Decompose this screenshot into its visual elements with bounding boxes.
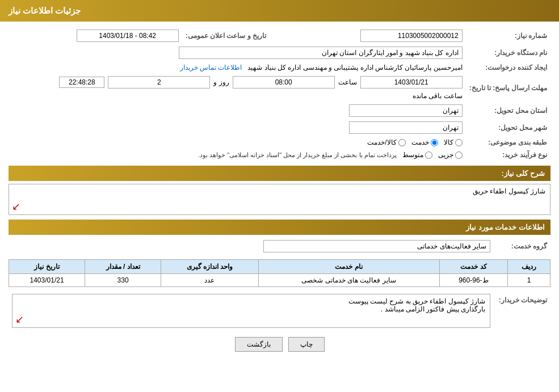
- deadline-value: 1403/01/21 ساعت 08:00 روز و 2 22:48:28 س…: [9, 74, 466, 102]
- purchase-type-radio-medium[interactable]: [425, 151, 432, 159]
- deadline-days-box: 2: [108, 76, 210, 88]
- table-header-row: ردیف کد خدمت نام خدمت واحد اندازه گیری ت…: [9, 260, 550, 274]
- creator-value: امیرحسین پارسائیان کارشناس اداره پشتیبان…: [9, 61, 466, 74]
- narration-section-header: شرح کلی نیاز:: [9, 166, 550, 181]
- delivery-city-row: شهر محل تحویل: تهران: [9, 119, 550, 136]
- creator-label: ایجاد کننده درخواست:: [466, 61, 550, 74]
- purchase-type-label-partial: جزیی: [438, 151, 453, 159]
- category-label-kala: کالا: [444, 138, 453, 146]
- deadline-label: مهلت ارسال پاسخ: تا تاریخ:: [466, 74, 550, 102]
- buyer-org-box: اداره کل بنیاد شهید و امور ایثارگران است…: [179, 47, 463, 59]
- delivery-province-label: استان محل تحویل:: [466, 102, 550, 119]
- deadline-time-label: ساعت: [338, 78, 357, 86]
- buyer-desc-text: شارژ کپسول اطفاء حریق به شرح لیست پیوستب…: [348, 297, 485, 313]
- page-container: جزئیات اطلاعات نیاز شماره نیاز: 11030050…: [0, 0, 559, 392]
- category-option-kala: کالا: [444, 138, 463, 146]
- col-header-row-num: ردیف: [508, 260, 550, 274]
- purchase-type-radio-group: جزیی متوسط پرداخت تمام یا بخشی از مبلغ خ…: [12, 151, 463, 159]
- services-data-table: ردیف کد خدمت نام خدمت واحد اندازه گیری ت…: [9, 259, 550, 287]
- service-group-box: سایر فعالیت‌های خدماتی: [263, 240, 490, 252]
- services-section-header: اطلاعات خدمات مورد نیاز: [9, 220, 550, 235]
- need-number-label: شماره نیاز:: [466, 27, 550, 44]
- service-group-table: گروه خدمت: سایر فعالیت‌های خدماتی: [9, 238, 550, 255]
- creator-row: ایجاد کننده درخواست: امیرحسین پارسائیان …: [9, 61, 550, 74]
- cell-row-num: 1: [508, 274, 550, 287]
- deadline-remaining-box: 22:48:28: [59, 77, 104, 88]
- category-option-kala-khadamat: کالا/خدمت: [367, 138, 405, 146]
- table-header: ردیف کد خدمت نام خدمت واحد اندازه گیری ت…: [9, 260, 550, 274]
- announce-date-box: 1403/01/18 - 08:42: [77, 29, 179, 42]
- category-option-khadamat: خدمت: [411, 138, 438, 146]
- col-header-name: نام خدمت: [258, 260, 439, 274]
- purchase-type-label: نوع فرآیند خرید:: [466, 149, 550, 161]
- buyer-desc-table: توضیحات خریدار: شارژ کپسول اطفاء حریق به…: [9, 292, 550, 330]
- purchase-type-note: پرداخت تمام یا بخشی از مبلغ خریدار از مح…: [198, 151, 397, 159]
- category-label-kala-khadamat: کالا/خدمت: [367, 138, 396, 146]
- buyer-desc-value: شارژ کپسول اطفاء حریق به شرح لیست پیوستب…: [9, 292, 494, 330]
- col-header-qty: تعداد / مقدار: [85, 260, 161, 274]
- deadline-days-label: روز و: [213, 78, 229, 86]
- col-header-date: تاریخ نیاز: [9, 260, 85, 274]
- cell-code: ط-96-960: [439, 274, 508, 287]
- deadline-inline: 1403/01/21 ساعت 08:00 روز و 2 22:48:28 س…: [12, 76, 463, 100]
- col-header-code: کد خدمت: [439, 260, 508, 274]
- cell-name: سایر فعالیت های خدماتی شخصی: [258, 274, 439, 287]
- category-radio-khadamat[interactable]: [431, 139, 438, 146]
- col-header-unit: واحد اندازه گیری: [161, 260, 259, 274]
- creator-text: امیرحسین پارسائیان کارشناس اداره پشتیبان…: [247, 64, 462, 71]
- contact-link[interactable]: اطلاعات تماس خریدار: [180, 64, 242, 71]
- page-title: جزئیات اطلاعات نیاز: [9, 6, 81, 15]
- purchase-type-value: جزیی متوسط پرداخت تمام یا بخشی از مبلغ خ…: [9, 149, 466, 161]
- deadline-time-box: 08:00: [233, 76, 335, 88]
- service-group-value: سایر فعالیت‌های خدماتی: [9, 238, 494, 255]
- need-number-row: شماره نیاز: 1103005002000012 تاریخ و ساع…: [9, 27, 550, 44]
- category-label: طبقه بندی موضوعی:: [466, 136, 550, 149]
- buyer-org-label: نام دستگاه خریدار:: [466, 44, 550, 61]
- deadline-remaining-label: ساعت باقی مانده: [413, 92, 463, 100]
- page-header: جزئیات اطلاعات نیاز: [0, 0, 559, 22]
- delivery-province-row: استان محل تحویل: تهران: [9, 102, 550, 119]
- content-area: شماره نیاز: 1103005002000012 تاریخ و ساع…: [0, 22, 559, 364]
- need-number-value: 1103005002000012: [292, 27, 466, 44]
- table-row: 1 ط-96-960 سایر فعالیت های خدماتی شخصی ع…: [9, 274, 550, 287]
- buyer-desc-row: توضیحات خریدار: شارژ کپسول اطفاء حریق به…: [9, 292, 550, 330]
- narration-value: شارژ کپسول اطفاء حریق: [473, 187, 545, 195]
- category-radio-kala[interactable]: [455, 139, 463, 146]
- category-radio-kala-khadamat[interactable]: [398, 139, 406, 146]
- announce-date-label: تاریخ و ساعت اعلان عمومی:: [182, 27, 270, 44]
- category-label-khadamat: خدمت: [411, 138, 429, 146]
- delivery-province-value: تهران: [9, 102, 466, 119]
- services-header-text: اطلاعات خدمات مورد نیاز: [466, 223, 545, 231]
- purchase-type-partial: جزیی: [438, 151, 463, 159]
- purchase-type-row: نوع فرآیند خرید: جزیی متوسط پرداخت تمام …: [9, 149, 550, 161]
- category-radio-group: کالا خدمت کالا/خدمت: [12, 138, 463, 146]
- purchase-type-radio-partial[interactable]: [455, 151, 463, 159]
- deadline-date-box: 1403/01/21: [360, 76, 463, 88]
- narration-arrow-icon: ↙: [12, 200, 20, 213]
- announce-date-value: 1403/01/18 - 08:42: [9, 27, 182, 44]
- delivery-city-value: تهران: [9, 119, 466, 136]
- purchase-type-label-medium: متوسط: [402, 151, 423, 159]
- need-number-box: 1103005002000012: [360, 29, 463, 42]
- category-row: طبقه بندی موضوعی: کالا خدمت: [9, 136, 550, 149]
- print-button[interactable]: چاپ: [288, 337, 325, 352]
- table-body: 1 ط-96-960 سایر فعالیت های خدماتی شخصی ع…: [9, 274, 550, 287]
- purchase-type-medium: متوسط: [402, 151, 432, 159]
- delivery-city-box: تهران: [349, 121, 463, 134]
- buyer-org-value: اداره کل بنیاد شهید و امور ایثارگران است…: [9, 44, 466, 61]
- service-group-label: گروه خدمت:: [494, 238, 550, 255]
- narration-label: شرح کلی نیاز:: [501, 169, 545, 178]
- cell-qty: 330: [85, 274, 161, 287]
- deadline-row: مهلت ارسال پاسخ: تا تاریخ: 1403/01/21 سا…: [9, 74, 550, 102]
- cell-unit: عدد: [161, 274, 259, 287]
- info-table: شماره نیاز: 1103005002000012 تاریخ و ساع…: [9, 27, 550, 161]
- back-button[interactable]: بازگشت: [235, 337, 283, 352]
- buyer-desc-label: توضیحات خریدار:: [494, 292, 550, 330]
- delivery-city-label: شهر محل تحویل:: [466, 119, 550, 136]
- cell-date: 1403/01/21: [9, 274, 85, 287]
- buyer-org-row: نام دستگاه خریدار: اداره کل بنیاد شهید و…: [9, 44, 550, 61]
- service-group-row: گروه خدمت: سایر فعالیت‌های خدماتی: [9, 238, 550, 255]
- category-value: کالا خدمت کالا/خدمت: [9, 136, 466, 149]
- narration-box: شارژ کپسول اطفاء حریق ↙: [9, 184, 550, 215]
- buyer-desc-box: شارژ کپسول اطفاء حریق به شرح لیست پیوستب…: [12, 294, 490, 328]
